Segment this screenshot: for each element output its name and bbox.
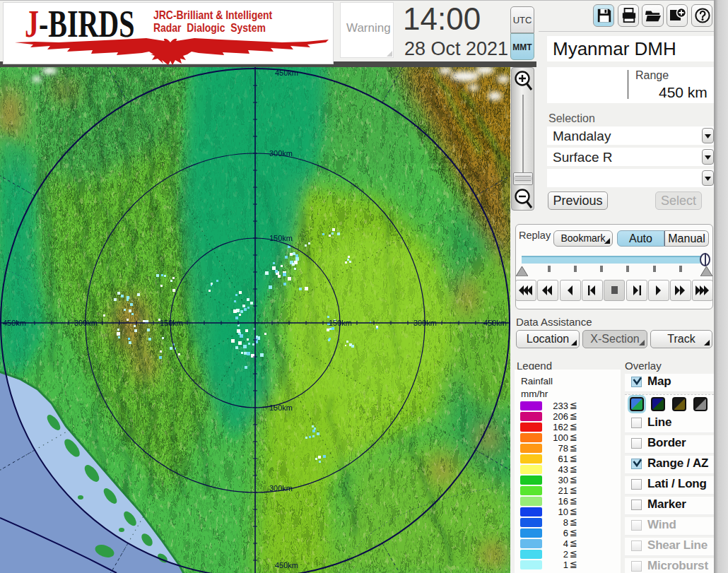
svg-text:450km: 450km: [3, 319, 26, 327]
svg-text:150km: 150km: [329, 319, 352, 327]
svg-text:450km: 450km: [275, 69, 298, 77]
svg-text:300km: 300km: [269, 149, 293, 158]
svg-text:150km: 150km: [160, 319, 183, 327]
svg-text:450km: 450km: [483, 319, 507, 327]
svg-text:450km: 450km: [275, 561, 298, 569]
svg-text:300km: 300km: [74, 319, 98, 327]
svg-text:150km: 150km: [269, 403, 293, 412]
svg-text:300km: 300km: [413, 319, 437, 327]
svg-text:150km: 150km: [269, 234, 293, 242]
svg-text:300km: 300km: [269, 484, 293, 492]
